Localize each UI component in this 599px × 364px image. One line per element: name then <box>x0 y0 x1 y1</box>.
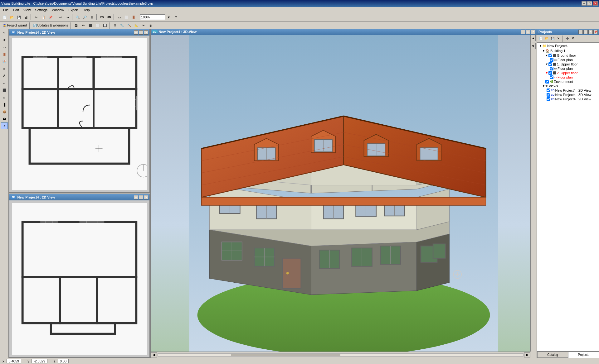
t2-btn7[interactable]: 🔧 <box>119 22 125 29</box>
ground-floor-plan-checkbox[interactable] <box>550 58 553 62</box>
minimize-button[interactable]: ─ <box>582 1 587 6</box>
tree-ground-floor[interactable]: ▼ ⬛ Ground floor <box>538 53 598 58</box>
new-button[interactable]: 📄 <box>1 14 8 21</box>
projects-maximize[interactable]: □ <box>583 30 588 34</box>
project-wizard-icon[interactable]: 🧙 Project wizard <box>1 22 28 29</box>
3d-panel-minimize[interactable]: ─ <box>521 30 525 34</box>
cursor-tool[interactable]: ↗ <box>1 122 8 129</box>
open-button[interactable]: 📂 <box>8 14 15 21</box>
project-settings-btn[interactable]: ⚙ <box>570 36 576 41</box>
projects-tab[interactable]: Projects <box>568 352 599 358</box>
zoom-in-button[interactable]: 🔍 <box>74 14 81 21</box>
select-tool[interactable]: ↖ <box>1 29 8 36</box>
upper-floor-1-checkbox[interactable] <box>548 62 552 66</box>
tree-building1[interactable]: ▼ 🏠 Building 1 <box>538 48 598 53</box>
window-tool[interactable]: 🪟 <box>1 58 8 65</box>
menu-view[interactable]: View <box>22 7 33 12</box>
draw-wall-button[interactable]: ▭ <box>116 14 123 21</box>
dimension-tool[interactable]: ↔ <box>1 79 8 86</box>
3d-canvas[interactable] <box>151 35 537 352</box>
terrain-tool[interactable]: 🏔 <box>1 115 8 122</box>
view-2d-2-checkbox[interactable] <box>547 97 550 101</box>
undo-button[interactable]: ↩ <box>57 14 64 21</box>
menu-export[interactable]: Export <box>66 7 80 12</box>
tree-view-3d[interactable]: 3D New Project4 : 3D-View <box>538 93 598 97</box>
t2-btn11[interactable]: 🗑 <box>147 22 154 29</box>
hscroll-right[interactable]: ▶ <box>524 352 530 357</box>
wall-tool[interactable]: ▭ <box>1 44 8 50</box>
menu-window[interactable]: Window <box>50 7 66 12</box>
t2-btn4[interactable]: ⬜ <box>94 22 101 29</box>
menu-help[interactable]: Help <box>81 7 92 12</box>
paste-button[interactable]: 📌 <box>47 14 54 21</box>
view2d-button[interactable]: 2D <box>99 14 105 21</box>
tree-upper-floor-1[interactable]: ▼ ⬛ 1. Upper floor <box>538 62 598 66</box>
project-add-btn[interactable]: ➕ <box>564 36 570 41</box>
zoom-dropdown[interactable]: ▼ <box>165 14 172 21</box>
t2-btn2[interactable]: ✏ <box>80 22 87 29</box>
stair-tool[interactable]: ≡ <box>1 65 8 72</box>
hscroll-thumb[interactable] <box>231 354 340 356</box>
updates-icon[interactable]: 🔄 Updates & Extensions <box>32 22 70 29</box>
project-open-btn[interactable]: 📂 <box>544 36 549 41</box>
tree-upper-floor-2[interactable]: ▼ ⬛ 2. Upper floor <box>538 71 598 75</box>
copy-button[interactable]: 📋 <box>40 14 47 21</box>
tree-view-2d-2[interactable]: 2D New Project4 : 2D View <box>538 97 598 101</box>
menu-edit[interactable]: Edit <box>11 7 21 12</box>
text-tool[interactable]: A <box>1 72 8 79</box>
draw-door-button[interactable]: 🚪 <box>130 14 137 21</box>
vscroll-up[interactable]: ▲ <box>531 35 536 41</box>
tree-environment[interactable]: 🌿 Environment <box>538 79 598 84</box>
column-tool[interactable]: ▐ <box>1 101 8 108</box>
projects-minimize[interactable]: ─ <box>578 30 583 34</box>
maximize-button[interactable]: □ <box>587 1 592 6</box>
zoom-fit-button[interactable]: ⊞ <box>89 14 95 21</box>
hscroll-track[interactable] <box>158 353 524 357</box>
panel-bottom-restore[interactable]: □ <box>139 195 143 199</box>
t2-btn9[interactable]: 📐 <box>133 22 140 29</box>
menu-file[interactable]: File <box>1 7 11 12</box>
projects-pin[interactable]: 📌 <box>593 30 598 34</box>
3d-view-hscrollbar[interactable]: ◀ ▶ <box>151 352 530 358</box>
hscroll-left[interactable]: ◀ <box>151 352 157 357</box>
upper-floor-2-plan-checkbox[interactable] <box>550 75 553 79</box>
ground-floor-checkbox[interactable] <box>548 54 552 57</box>
view-3d-checkbox[interactable] <box>547 93 550 97</box>
t2-btn10[interactable]: ✂ <box>140 22 147 29</box>
panel-bottom-minimize[interactable]: ─ <box>134 195 138 199</box>
roof-tool[interactable]: ⌂ <box>1 94 8 101</box>
redo-button[interactable]: ↪ <box>64 14 71 21</box>
projects-close[interactable]: ✕ <box>588 30 593 34</box>
room-tool[interactable]: ⬛ <box>1 87 8 93</box>
menu-settings[interactable]: Settings <box>33 7 49 12</box>
object-tool[interactable]: 📦 <box>1 108 8 115</box>
panel-top-restore[interactable]: □ <box>139 30 143 35</box>
view-2d-1-checkbox[interactable] <box>547 89 550 92</box>
help-button[interactable]: ? <box>173 14 179 21</box>
tree-upper-floor-1-plan[interactable]: ▭ Floor plan <box>538 66 598 71</box>
3d-panel-close[interactable]: ✕ <box>531 30 535 34</box>
zoom-input[interactable] <box>140 14 165 20</box>
draw-room-button[interactable]: ⬜ <box>123 14 130 21</box>
vscroll-track[interactable] <box>532 42 535 42</box>
cut-button[interactable]: ✂ <box>33 14 40 21</box>
project-new-btn[interactable]: 📄 <box>538 36 543 41</box>
save-button[interactable]: 💾 <box>16 14 22 21</box>
environment-checkbox[interactable] <box>545 80 549 84</box>
t2-btn1[interactable]: 🖼 <box>73 22 80 29</box>
tree-view-2d-1[interactable]: 2D New Project4 : 2D View <box>538 88 598 93</box>
3d-panel-restore[interactable]: □ <box>526 30 530 34</box>
t2-btn5[interactable]: 🔲 <box>101 22 108 29</box>
t2-btn6[interactable]: ⚙ <box>111 22 118 29</box>
project-save-btn[interactable]: 💾 <box>550 36 555 41</box>
tree-upper-floor-2-plan[interactable]: ▭ Floor plan <box>538 75 598 79</box>
zoom-out-button[interactable]: 🔎 <box>81 14 88 21</box>
move-tool[interactable]: ✥ <box>1 36 8 43</box>
view3d-button[interactable]: 3D <box>106 14 113 21</box>
tree-ground-floor-plan[interactable]: ▭ Floor plan <box>538 58 598 62</box>
panel-top-close[interactable]: ✕ <box>144 30 148 35</box>
upper-floor-2-checkbox[interactable] <box>548 71 552 75</box>
print-button[interactable]: 🖨 <box>23 14 30 21</box>
vscroll-down[interactable]: ▼ <box>531 43 536 49</box>
3d-view-vscrollbar[interactable]: ▲ ▼ <box>530 35 537 352</box>
